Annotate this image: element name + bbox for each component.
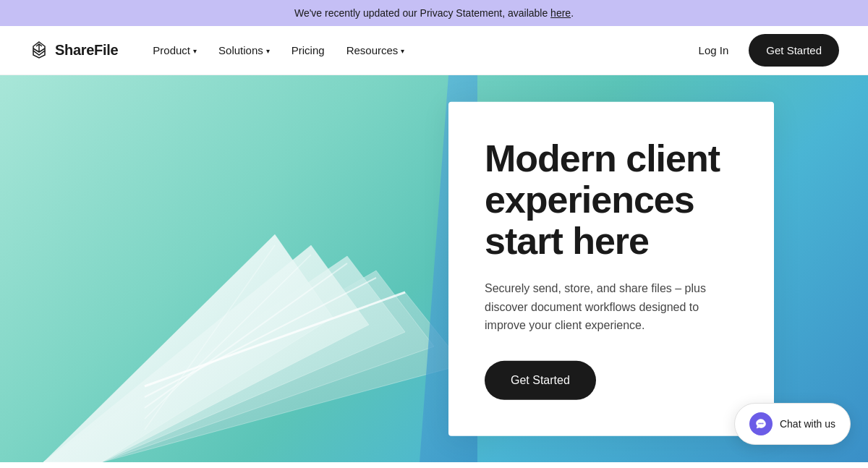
hero-section: Modern client experiences start here Sec… — [0, 75, 868, 462]
hero-illustration — [0, 75, 477, 462]
svg-point-14 — [762, 423, 763, 425]
nav-links: Product ▾ Solutions ▾ Pricing Resources … — [144, 38, 413, 62]
nav-item-solutions[interactable]: Solutions ▾ — [210, 38, 278, 62]
chat-widget[interactable]: Chat with us — [734, 403, 851, 445]
nav-item-resources[interactable]: Resources ▾ — [338, 38, 414, 62]
get-started-nav-button[interactable]: Get Started — [749, 34, 839, 67]
chevron-down-icon: ▾ — [401, 47, 404, 55]
login-button[interactable]: Log In — [690, 38, 738, 62]
banner-text: We've recently updated our Privacy State… — [294, 7, 550, 19]
chat-label: Chat with us — [780, 418, 835, 430]
hero-cta-button[interactable]: Get Started — [485, 361, 596, 400]
chat-icon — [755, 418, 767, 430]
logo-wordmark: ShareFile — [55, 42, 118, 59]
sharefile-logo-icon — [29, 41, 49, 61]
nav-item-pricing[interactable]: Pricing — [283, 38, 333, 62]
svg-point-13 — [760, 423, 762, 425]
hero-title: Modern client experiences start here — [485, 137, 738, 262]
svg-point-12 — [758, 423, 760, 425]
banner-link[interactable]: here — [550, 7, 571, 19]
nav-left: ShareFile Product ▾ Solutions ▾ Pricing … — [29, 38, 413, 62]
hero-subtitle: Securely send, store, and share files – … — [485, 279, 738, 335]
navbar: ShareFile Product ▾ Solutions ▾ Pricing … — [0, 26, 868, 75]
banner-suffix: . — [571, 7, 574, 19]
announcement-banner: We've recently updated our Privacy State… — [0, 0, 868, 26]
hero-content-card: Modern client experiences start here Sec… — [448, 101, 774, 435]
chevron-down-icon: ▾ — [193, 47, 197, 55]
nav-item-product[interactable]: Product ▾ — [144, 38, 205, 62]
chevron-down-icon: ▾ — [266, 47, 270, 55]
nav-right: Log In Get Started — [690, 34, 839, 67]
logo[interactable]: ShareFile — [29, 41, 118, 61]
hero-svg — [0, 75, 477, 462]
chat-icon-circle — [749, 412, 773, 435]
